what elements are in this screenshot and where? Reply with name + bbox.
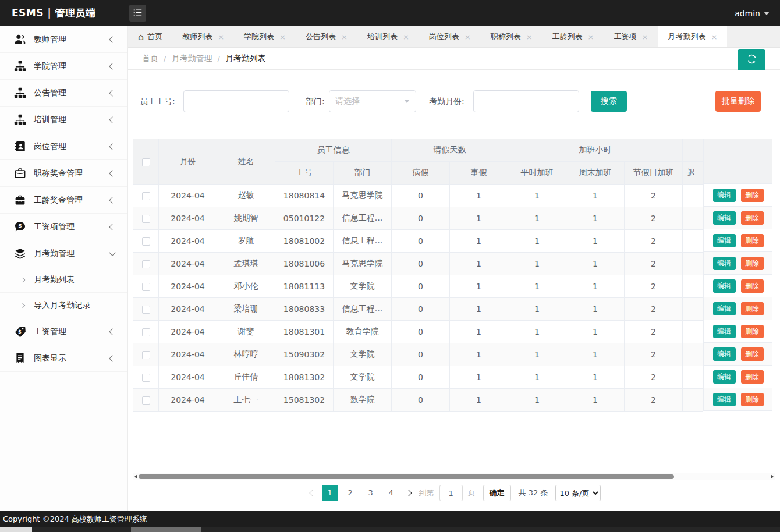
column-header: 事假 xyxy=(450,162,508,185)
row-checkbox[interactable] xyxy=(142,374,150,382)
row-checkbox[interactable] xyxy=(142,351,150,359)
tab-item[interactable]: 岗位列表× xyxy=(419,26,481,47)
scroll-right-arrow-icon[interactable] xyxy=(771,474,774,479)
page-number-button[interactable]: 3 xyxy=(363,485,379,501)
edit-button[interactable]: 编辑 xyxy=(713,347,736,361)
delete-button[interactable]: 删除 xyxy=(741,393,764,406)
page-number-button[interactable]: 4 xyxy=(383,485,399,501)
edit-button[interactable]: 编辑 xyxy=(713,302,736,315)
tab-close-icon[interactable]: × xyxy=(465,33,471,41)
select-all-checkbox[interactable] xyxy=(142,158,150,166)
row-checkbox[interactable] xyxy=(142,215,150,223)
sidebar-item[interactable]: $工资管理 xyxy=(0,318,127,345)
sidebar-item[interactable]: 月考勤管理 xyxy=(0,240,127,267)
row-checkbox[interactable] xyxy=(142,306,150,314)
edit-button[interactable]: 编辑 xyxy=(713,325,736,338)
delete-button[interactable]: 删除 xyxy=(741,279,764,293)
page-size-select[interactable]: 10 条/页 xyxy=(555,485,601,501)
edit-button[interactable]: 编辑 xyxy=(713,189,736,202)
sidebar-item[interactable]: $工资项管理 xyxy=(0,214,127,240)
tab-active[interactable]: 月考勤列表× xyxy=(658,26,727,47)
delete-button[interactable]: 删除 xyxy=(741,234,764,247)
sidebar-subitem[interactable]: 导入月考勤记录 xyxy=(0,293,127,318)
tab-close-icon[interactable]: × xyxy=(642,33,648,41)
table-cell: 05010122 xyxy=(275,207,334,230)
tab-item[interactable]: 工龄列表× xyxy=(543,26,604,47)
user-menu[interactable]: admin xyxy=(735,0,770,26)
goto-page-input[interactable] xyxy=(439,485,463,501)
edit-button[interactable]: 编辑 xyxy=(713,234,736,247)
column-header: 平时加班 xyxy=(508,162,566,185)
breadcrumb-item[interactable]: 月考勤管理 xyxy=(171,54,212,63)
table-cell: 18080814 xyxy=(275,185,334,207)
sidebar-item[interactable]: 职称奖金管理 xyxy=(0,160,127,187)
sidebar-item[interactable]: 教师管理 xyxy=(0,26,127,53)
page-scrollbar-thumb[interactable] xyxy=(131,527,201,532)
delete-button[interactable]: 删除 xyxy=(741,211,764,225)
sidebar-subitem[interactable]: 月考勤列表 xyxy=(0,267,127,293)
row-checkbox[interactable] xyxy=(142,328,150,336)
edit-button[interactable]: 编辑 xyxy=(713,211,736,225)
sidebar-item[interactable]: 图表显示 xyxy=(0,345,127,372)
employee-id-input[interactable] xyxy=(183,90,289,112)
tab-item[interactable]: ⌂首页 xyxy=(128,26,172,47)
sidebar-item[interactable]: 培训管理 xyxy=(0,107,127,133)
page-scrollbar[interactable] xyxy=(0,527,780,532)
goto-confirm-button[interactable]: 确定 xyxy=(483,485,511,501)
sidebar-item[interactable]: 公告管理 xyxy=(0,80,127,107)
table-cell: 文学院 xyxy=(334,275,392,298)
row-checkbox[interactable] xyxy=(142,283,150,291)
tab-close-icon[interactable]: × xyxy=(341,33,348,41)
refresh-button[interactable] xyxy=(738,49,765,70)
row-select-cell xyxy=(133,275,159,298)
row-checkbox[interactable] xyxy=(142,396,150,405)
edit-button[interactable]: 编辑 xyxy=(713,393,736,406)
page-number-button[interactable]: 2 xyxy=(342,485,359,501)
tab-item[interactable]: 教师列表× xyxy=(172,26,234,47)
next-page-button[interactable] xyxy=(403,485,414,501)
edit-button[interactable]: 编辑 xyxy=(713,370,736,384)
horizontal-scrollbar-thumb[interactable] xyxy=(139,474,674,479)
delete-button[interactable]: 删除 xyxy=(741,347,764,361)
delete-button[interactable]: 删除 xyxy=(741,257,764,270)
chevron-down-icon xyxy=(109,249,115,256)
edit-button[interactable]: 编辑 xyxy=(713,257,736,270)
sidebar-item[interactable]: 学院管理 xyxy=(0,53,127,80)
row-checkbox[interactable] xyxy=(142,260,150,268)
sidebar-item[interactable]: 岗位管理 xyxy=(0,133,127,160)
search-button[interactable]: 搜索 xyxy=(591,91,627,112)
department-select[interactable]: 请选择 xyxy=(329,90,416,112)
edit-button[interactable]: 编辑 xyxy=(713,279,736,293)
sidebar-item[interactable]: 工龄奖金管理 xyxy=(0,187,127,214)
tab-item[interactable]: 培训列表× xyxy=(357,26,419,47)
caret-down-icon xyxy=(764,12,770,15)
tab-item[interactable]: 公告列表× xyxy=(296,26,357,47)
tab-close-icon[interactable]: × xyxy=(711,33,717,41)
prev-page-button[interactable] xyxy=(307,485,318,501)
row-checkbox[interactable] xyxy=(142,237,150,246)
tab-close-icon[interactable]: × xyxy=(526,33,533,41)
page-number-button[interactable]: 1 xyxy=(322,485,338,501)
tab-close-icon[interactable]: × xyxy=(588,33,594,41)
tab-close-icon[interactable]: × xyxy=(218,33,224,41)
horizontal-scrollbar[interactable] xyxy=(133,473,775,480)
username: admin xyxy=(735,9,760,18)
tab-item[interactable]: 职称列表× xyxy=(481,26,543,47)
sidebar-item-label: 岗位管理 xyxy=(34,141,110,152)
tab-close-icon[interactable]: × xyxy=(403,33,409,41)
scroll-left-arrow-icon[interactable] xyxy=(134,474,137,479)
batch-delete-button[interactable]: 批量删除 xyxy=(715,91,761,112)
attendance-month-input[interactable] xyxy=(473,90,579,112)
tab-item[interactable]: 学院列表× xyxy=(234,26,296,47)
action-row: 编辑删除 xyxy=(704,388,772,411)
delete-button[interactable]: 删除 xyxy=(741,325,764,338)
tab-item[interactable]: 工资项× xyxy=(604,26,658,47)
breadcrumb-item[interactable]: 首页 xyxy=(142,54,158,63)
delete-button[interactable]: 删除 xyxy=(741,370,764,384)
delete-button[interactable]: 删除 xyxy=(741,189,764,202)
row-checkbox[interactable] xyxy=(142,192,150,200)
delete-button[interactable]: 删除 xyxy=(741,302,764,315)
page-scrollbar-corner xyxy=(0,527,32,532)
sidebar-toggle-button[interactable] xyxy=(129,5,146,22)
tab-close-icon[interactable]: × xyxy=(279,33,286,41)
